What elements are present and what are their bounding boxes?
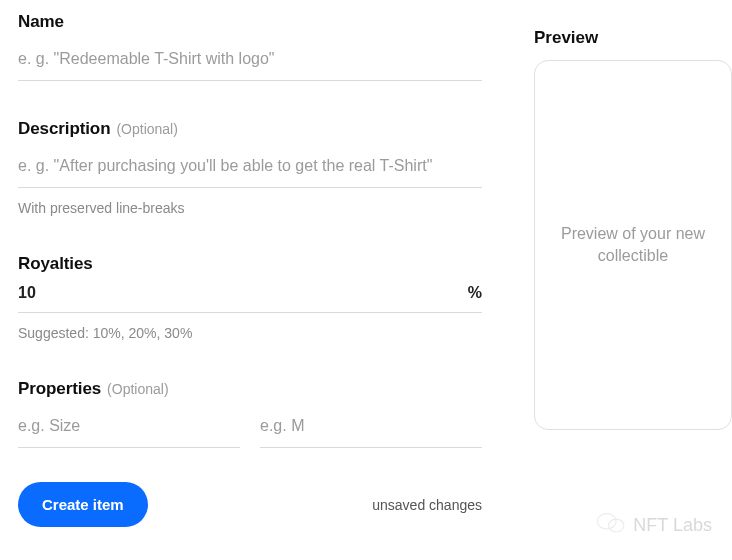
description-label: Description — [18, 119, 110, 139]
watermark: NFT Labs — [595, 511, 712, 540]
name-section: Name — [18, 12, 482, 81]
description-optional: (Optional) — [116, 121, 177, 137]
watermark-text: NFT Labs — [633, 515, 712, 536]
description-input[interactable] — [18, 149, 482, 188]
royalties-label: Royalties — [18, 254, 93, 274]
preview-column: Preview Preview of your new collectible — [488, 12, 732, 560]
royalties-input[interactable] — [18, 284, 468, 302]
wechat-icon — [595, 511, 627, 540]
property-value-input[interactable] — [260, 409, 482, 448]
name-label: Name — [18, 12, 64, 32]
properties-section: Properties (Optional) — [18, 379, 482, 448]
svg-point-0 — [598, 514, 617, 529]
royalties-hint: Suggested: 10%, 20%, 30% — [18, 325, 482, 341]
description-hint: With preserved line-breaks — [18, 200, 482, 216]
name-input[interactable] — [18, 42, 482, 81]
preview-box: Preview of your new collectible — [534, 60, 732, 430]
bottom-row: Create item unsaved changes — [18, 482, 482, 527]
preview-heading: Preview — [534, 28, 732, 48]
unsaved-changes-text: unsaved changes — [372, 497, 482, 513]
preview-message: Preview of your new collectible — [555, 223, 711, 268]
royalties-section: Royalties % Suggested: 10%, 20%, 30% — [18, 254, 482, 341]
description-section: Description (Optional) With preserved li… — [18, 119, 482, 216]
properties-optional: (Optional) — [107, 381, 168, 397]
create-item-button[interactable]: Create item — [18, 482, 148, 527]
percent-symbol: % — [468, 284, 482, 302]
form-column: Name Description (Optional) With preserv… — [18, 12, 488, 560]
properties-label: Properties — [18, 379, 101, 399]
property-key-input[interactable] — [18, 409, 240, 448]
